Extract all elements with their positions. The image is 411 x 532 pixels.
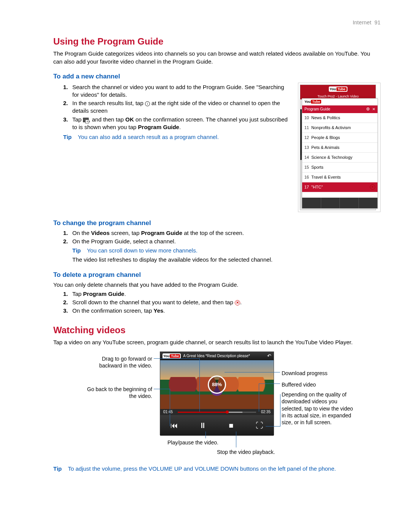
- subhead-change-channel: To change the program channel: [53, 219, 381, 228]
- video-title: A Great Idea *Read Description please*: [183, 353, 265, 359]
- back-icon: ↶: [267, 353, 271, 359]
- page-number: 91: [374, 19, 381, 26]
- delete-ring-icon: ✕: [235, 300, 240, 305]
- step-2: 2.In the search results list, tap i at t…: [63, 99, 290, 115]
- stop-icon: ■: [223, 420, 239, 431]
- step-3: 3.Tap , and then tap OK on the confirmat…: [63, 116, 290, 131]
- step-1: 1.Search the channel or video you want t…: [63, 83, 290, 99]
- list-item: 14Science & Technology: [302, 153, 378, 163]
- gear-icon: ⚙: [366, 107, 370, 111]
- subhead-add-channel: To add a new channel: [53, 72, 381, 81]
- step-2: 2.Scroll down to the channel that you wa…: [63, 299, 381, 306]
- step-3: 3.On the confirmation screen, tap Yes.: [63, 307, 381, 315]
- time-duration: 02:35: [261, 409, 271, 415]
- step-1: 1.Tap Program Guide.: [63, 290, 381, 298]
- add-program-icon: [83, 118, 89, 122]
- tip-change: Tip You can scroll down to view more cha…: [72, 247, 381, 254]
- ann-drag: Drag to go forward or backward in the vi…: [84, 355, 152, 369]
- pause-icon: ⏸: [195, 420, 210, 431]
- list-item: 15Sports: [302, 163, 378, 173]
- step-2: 2.On the Program Guide, select a channel…: [63, 238, 381, 264]
- delete-icon: ✕: [370, 184, 375, 190]
- intro-program-guide: The Program Guide categorizes videos int…: [53, 50, 381, 66]
- section-name: Internet: [353, 19, 371, 26]
- list-item: 13Pets & Animals: [302, 143, 378, 153]
- heading-program-guide: Using the Program Guide: [53, 35, 381, 48]
- page-header: Internet 91: [53, 19, 381, 26]
- pg-list: 10News & Politics 11Nonprofits & Activis…: [302, 113, 378, 192]
- video-frame: 88%: [160, 360, 274, 409]
- step-1: 1.On the Videos screen, tap Program Guid…: [63, 229, 381, 237]
- close-icon: ✕: [372, 107, 375, 111]
- time-current: 01:45: [163, 409, 173, 415]
- pg-front-panel: YouTube Program Guide ⚙ ✕ 10News & Polit…: [302, 98, 378, 209]
- fullscreen-icon: ⛶: [252, 420, 267, 431]
- list-item: 11Nonprofits & Activism: [302, 123, 378, 133]
- list-item: 12People & Blogs: [302, 133, 378, 143]
- pg-front-title: Program Guide: [304, 107, 330, 112]
- list-item: 16Travel & Events: [302, 173, 378, 182]
- intro-watching: Tap a video on any YouTube screen, progr…: [53, 339, 381, 346]
- prev-icon: ⏮: [167, 420, 182, 431]
- heading-watching: Watching videos: [53, 324, 381, 336]
- list-item: 10News & Politics: [302, 113, 378, 123]
- youtube-logo: YouTube: [162, 353, 181, 359]
- player-figure: YouTube A Great Idea *Read Description p…: [84, 351, 350, 454]
- ann-buffered: Buffered video: [282, 381, 346, 388]
- ann-play: Play/pause the video.: [167, 439, 218, 446]
- ann-goback: Go back to the beginning of the video.: [84, 386, 152, 399]
- youtube-logo: YouTube: [304, 99, 322, 104]
- tip-volume: Tip To adjust the volume, press the VOLU…: [53, 465, 381, 473]
- ann-stop: Stop the video playback.: [217, 449, 275, 455]
- info-icon: i: [145, 101, 150, 106]
- download-percent: 88%: [208, 375, 226, 394]
- seek-bar: 01:45 02:35: [160, 409, 274, 415]
- video-player: YouTube A Great Idea *Read Description p…: [160, 351, 274, 435]
- ann-download: Download progress: [282, 370, 346, 377]
- program-guide-screenshot: YouTube Touch Pro2 - Launch Video ✉ ▤ ▣ …: [298, 83, 381, 212]
- list-item-selected: 17"HTC"✕: [302, 182, 378, 192]
- tip-add: Tip You can also add a search result as …: [63, 133, 290, 141]
- delete-intro: You can only delete channels that you ha…: [53, 281, 381, 289]
- youtube-logo: YouTube: [329, 86, 347, 92]
- subhead-delete-channel: To delete a program channel: [53, 271, 381, 280]
- ann-size: Depending on the quality of downloaded v…: [282, 391, 354, 426]
